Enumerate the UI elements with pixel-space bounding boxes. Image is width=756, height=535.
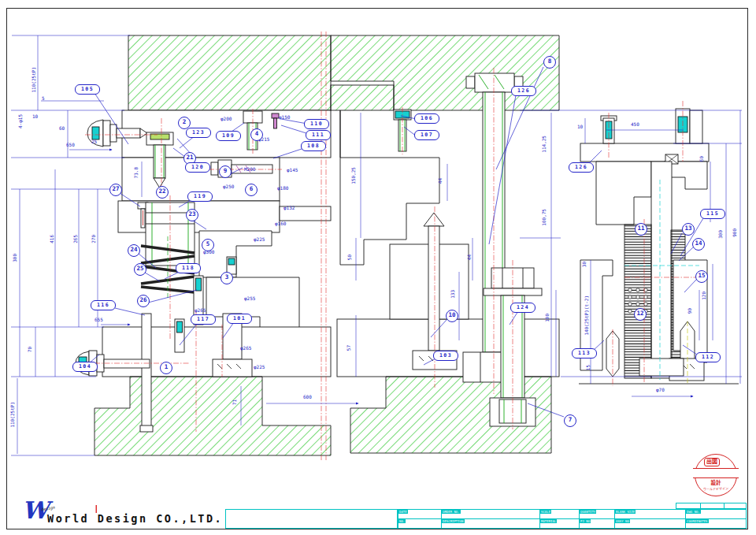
title-block-cell: COORDINATES	[686, 519, 747, 529]
part-number-balloon: 101	[227, 314, 252, 324]
part-number-balloon: 108	[301, 141, 326, 151]
dim-label: 90	[687, 308, 692, 314]
dim-label: 900	[732, 228, 737, 237]
tb-label: QUANTITY	[580, 510, 596, 514]
title-block-cell: SCALE 1 : 3(W)	[540, 510, 580, 519]
balloon-item: 1	[160, 362, 172, 374]
stamp-issue-label: 出図	[704, 458, 720, 466]
dim-label: 25	[91, 139, 97, 144]
dim-label: 140(25tP)(t-2)	[584, 295, 589, 336]
dim-label: φ250	[223, 184, 234, 189]
dim-label: φ200	[220, 117, 232, 121]
balloon-item: 24	[128, 244, 140, 257]
title-block-left-cell	[225, 509, 398, 529]
dim-label: 57	[346, 345, 351, 351]
dim-label: 5	[42, 96, 45, 101]
balloon-item: 15	[695, 270, 708, 283]
tb-label: NO.	[398, 519, 406, 523]
dim-label: 70	[28, 347, 32, 352]
stamp-band	[693, 468, 739, 478]
dim-label: 60	[699, 156, 704, 162]
dim-label: φ180	[277, 186, 288, 191]
balloon-item: 9	[219, 165, 232, 178]
part-number-balloon: 119	[187, 191, 213, 202]
stamp-arc-text: ワールドデザイン	[695, 485, 736, 492]
balloon-item: 22	[156, 186, 169, 199]
approval-stamp: 出図 設計 ワールドデザイン	[695, 454, 737, 496]
dim-label: φ265	[240, 346, 251, 351]
dim-label: 10	[32, 114, 38, 119]
part-number-balloon: 106	[414, 113, 439, 124]
dim-label: 4-φ15	[18, 114, 23, 128]
part-number-balloon: 123	[186, 128, 211, 138]
right-side-view	[579, 109, 739, 384]
dim-label: 30	[582, 262, 587, 267]
dim-label: φ265	[195, 308, 206, 313]
dim-label: 73.8	[134, 167, 139, 178]
tb-label: BLANK SIZE	[615, 510, 636, 514]
title-block-mini-cells	[676, 503, 747, 509]
dim-label: 416	[50, 235, 54, 243]
part-number-balloon: 107	[414, 130, 439, 140]
part-number-balloon: 120	[185, 162, 210, 173]
title-block-cell: MATERIAL	[540, 519, 580, 529]
part-number-balloon: 124	[510, 303, 536, 313]
tb-label: COORDINATES	[686, 519, 709, 523]
cad-drawing	[0, 0, 756, 535]
part-number-balloon: 105	[75, 84, 100, 95]
title-block-cell: DWG NO.	[686, 510, 747, 519]
tb-label: SCALE	[540, 510, 551, 514]
balloon-item: 8	[543, 56, 556, 69]
part-number-balloon: 115	[700, 209, 725, 219]
title-block-cell: PJ NO	[580, 519, 615, 529]
dim-label: 265	[73, 235, 78, 243]
dim-label: φ255	[244, 296, 255, 301]
balloon-item: 27	[109, 184, 122, 196]
tb-label: DESCRIPTION	[442, 519, 465, 523]
tb-label: ASSY NO	[615, 519, 630, 523]
dim-label: φ145	[287, 168, 298, 173]
title-block: DATE 9 9 7 ORDER NO. SCALE 1 : 3(W) QUAN…	[398, 509, 747, 529]
dim-label: 10	[577, 124, 583, 129]
dim-label: 71	[232, 399, 237, 405]
dim-label: 600	[303, 395, 312, 399]
tb-label: ORDER NO.	[442, 510, 461, 514]
tb-label: MATERIAL	[540, 519, 557, 523]
balloon-item: 10	[446, 310, 458, 322]
dim-label: 100,75	[542, 209, 547, 226]
dim-label: 110(25tP)	[10, 402, 15, 428]
balloon-item: 26	[137, 295, 150, 307]
dim-label: 270	[91, 235, 96, 243]
dim-label: 133	[450, 290, 455, 299]
balloon-item: 13	[682, 223, 695, 236]
dim-label: 120	[702, 292, 706, 300]
dim-label: M200	[244, 167, 255, 172]
dim-label: 44	[467, 254, 472, 260]
drawing-sheet: 1 2 3 4 5 6 7 8 9 10 11 12 13 14 15 21 2…	[0, 0, 756, 535]
title-block-cell: QUANTITY	[580, 510, 615, 519]
balloon-item: 25	[134, 263, 146, 276]
dim-label: 60	[59, 126, 65, 131]
title-block-cell: ORDER NO.	[442, 510, 540, 519]
dim-label: 150,25	[351, 167, 356, 184]
dim-label: φ132	[284, 206, 295, 210]
title-block-cell: ASSY NO	[615, 519, 686, 529]
dim-label: 110(25tP)	[32, 67, 36, 93]
dim-label: φ150	[279, 115, 290, 120]
dim-label: φ225	[254, 237, 265, 242]
title-block-cell: DATE 9 9 7	[398, 510, 442, 519]
part-number-balloon: 111	[306, 130, 331, 140]
part-number-balloon: 103	[433, 351, 458, 361]
dim-label: 44	[438, 178, 443, 184]
balloon-item: 14	[692, 238, 705, 251]
title-block-cell: DESCRIPTION 外形図	[442, 519, 540, 529]
dim-label: 300	[718, 230, 723, 239]
tb-label: PJ NO	[580, 519, 591, 523]
center-section-view	[331, 35, 559, 453]
dim-label: 100	[545, 314, 550, 322]
dim-label: φ70	[656, 388, 665, 392]
title-block-cell: BLANK SIZE	[615, 510, 686, 519]
part-number-balloon: 113	[572, 348, 597, 359]
register-tick	[96, 505, 97, 513]
balloon-item: 7	[564, 414, 576, 427]
